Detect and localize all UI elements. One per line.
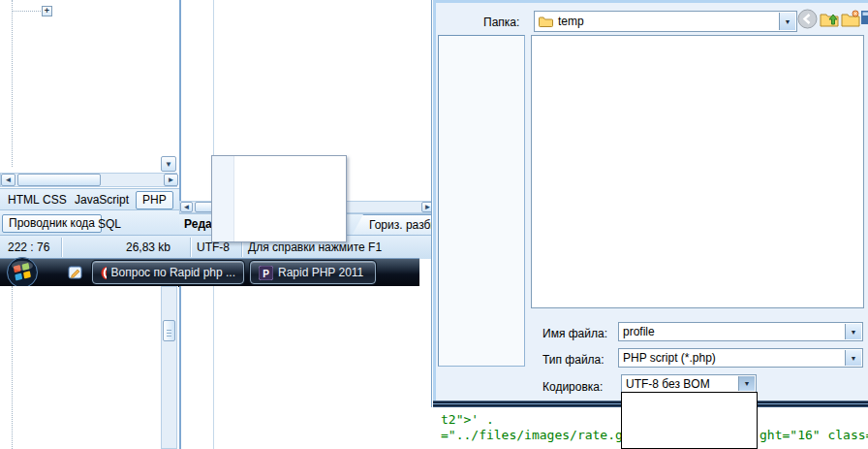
chevron-down-icon: ▼: [744, 380, 751, 387]
status-encoding[interactable]: UTF-8: [197, 241, 230, 254]
tree-dots: [12, 11, 41, 12]
views-icon: [861, 10, 868, 25]
places-bar: [438, 35, 525, 367]
encoding-dropdown-list: [621, 392, 758, 449]
tab-sql[interactable]: SQL: [98, 217, 121, 231]
filename-combobox[interactable]: profile ▼: [618, 322, 863, 341]
code-explorer-bottom[interactable]: [0, 286, 178, 449]
folder-combobox[interactable]: temp ▼: [534, 11, 797, 32]
views-button[interactable]: [861, 10, 868, 27]
code-continuation-line218-tail: ght="16" class=: [760, 428, 868, 442]
scroll-thumb[interactable]: [17, 174, 101, 186]
file-list[interactable]: [531, 35, 864, 308]
scroll-thumb[interactable]: [163, 320, 175, 341]
back-icon: [797, 9, 818, 29]
code-continuation-line217: t2">' .: [441, 412, 494, 427]
up-one-level-button[interactable]: [820, 10, 839, 30]
menu-gutter: [212, 156, 234, 241]
taskbar: Вопрос по Rapid php ... P Rapid PHP 2011: [0, 258, 419, 287]
tab-html[interactable]: HTML: [8, 193, 40, 207]
folder-label: Папка:: [483, 16, 519, 29]
svg-text:P: P: [263, 268, 269, 278]
expand-button[interactable]: +: [42, 6, 52, 16]
quick-launch-icon[interactable]: [67, 264, 84, 281]
tree-guide-line: [12, 0, 14, 167]
encoding-menu: [211, 155, 347, 242]
filetype-value: PHP script (*.php): [623, 351, 716, 365]
chevron-down-icon: ▼: [851, 329, 857, 336]
status-separator: [61, 238, 62, 257]
dialog-border: [433, 0, 436, 401]
new-folder-button[interactable]: [841, 10, 860, 30]
taskbar-button-opera[interactable]: Вопрос по Rapid php ...: [92, 261, 244, 284]
encoding-label: Кодировка:: [542, 380, 603, 394]
filetype-combobox[interactable]: PHP script (*.php) ▼: [618, 348, 863, 368]
code-explorer-top[interactable]: +: [0, 0, 178, 173]
chevron-down-icon: ▼: [165, 160, 172, 169]
dialog-border: [433, 0, 868, 3]
back-button[interactable]: [797, 9, 818, 32]
status-help-text: Для справки нажмите F1: [248, 241, 382, 254]
taskbar-button-rapid-php[interactable]: P Rapid PHP 2011: [250, 261, 376, 284]
encoding-dropdown-button[interactable]: ▼: [738, 376, 755, 391]
chevron-down-icon: ▼: [785, 18, 791, 25]
explorer-tab-bar: Проводник кода SQL: [0, 209, 179, 236]
filetype-label: Тип файла:: [542, 353, 604, 367]
status-separator: [190, 238, 191, 257]
chevron-left-icon: ◄: [183, 203, 191, 211]
filename-value: profile: [623, 325, 655, 338]
filetype-dropdown-button[interactable]: ▼: [845, 350, 861, 366]
tab-php[interactable]: PHP: [136, 191, 173, 209]
start-button[interactable]: [5, 256, 40, 289]
filename-label: Имя файла:: [542, 327, 607, 340]
folder-up-icon: [820, 10, 839, 27]
filename-dropdown-button[interactable]: ▼: [845, 324, 861, 339]
scroll-left-button[interactable]: ◄: [1, 174, 16, 186]
tree-hscrollbar[interactable]: ◄ ►: [0, 173, 177, 187]
tab-editor[interactable]: Реда: [184, 217, 212, 231]
thumb-grip: [167, 330, 171, 331]
folder-dropdown-button[interactable]: ▼: [779, 13, 795, 30]
scroll-right-button[interactable]: ►: [164, 174, 178, 186]
tab-code-explorer[interactable]: Проводник кода: [2, 214, 102, 233]
file-size: 26,83 kb: [126, 241, 170, 254]
opera-icon: [101, 266, 107, 280]
encoding-value: UTF-8 без BOM: [626, 377, 710, 391]
scroll-left-button[interactable]: ◄: [180, 202, 193, 212]
save-file-dialog: Папка: temp ▼ Имя файла: profile ▼ Тип ф…: [433, 0, 868, 401]
tree-item-block[interactable]: +: [0, 3, 178, 18]
language-tab-bar: HTML CSS JavaScript PHP: [0, 188, 179, 210]
gutter-separator: [213, 286, 214, 449]
rapid-php-icon: P: [259, 266, 273, 280]
caret-position: 222 : 76: [8, 241, 49, 254]
tree-scroll-down-button[interactable]: ▼: [161, 156, 176, 172]
folder-icon: [539, 16, 553, 27]
chevron-right-icon: ►: [168, 176, 175, 184]
chevron-down-icon: ▼: [851, 355, 857, 362]
tab-javascript[interactable]: JavaScript: [75, 193, 129, 207]
tree-guide-line: [12, 286, 14, 449]
tree-vscrollbar[interactable]: [161, 286, 177, 449]
encoding-combobox[interactable]: UTF-8 без BOM ▼: [621, 374, 757, 393]
folder-value: temp: [558, 15, 584, 28]
chevron-left-icon: ◄: [5, 176, 13, 184]
taskbar-button-label: Вопрос по Rapid php ...: [111, 266, 235, 279]
taskbar-button-label: Rapid PHP 2011: [278, 266, 363, 279]
screen: + ▼ ◄ ► HTML CSS JavaScript PHP Проводни…: [0, 0, 868, 449]
new-folder-icon: [841, 10, 860, 27]
tab-css[interactable]: CSS: [43, 193, 67, 207]
code-continuation-line218: ="../files/images/rate.gi: [441, 428, 631, 442]
code-editor-bottom[interactable]: [179, 286, 435, 449]
